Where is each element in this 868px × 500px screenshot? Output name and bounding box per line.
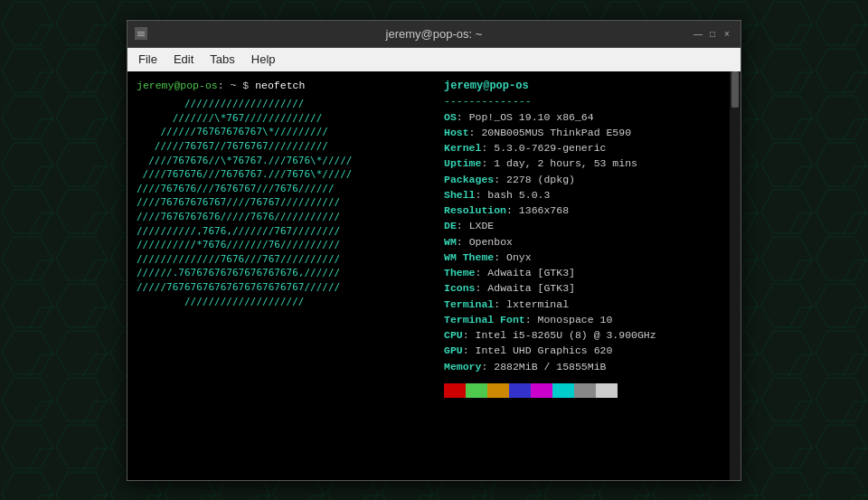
info-val: LXDE — [469, 220, 495, 231]
info-key: Uptime — [444, 157, 481, 169]
info-sep: : — [457, 111, 469, 123]
info-line-gpu: GPU: Intel UHD Graphics 620 — [444, 343, 721, 358]
info-key: Resolution — [444, 204, 506, 216]
info-line-resolution: Resolution: 1366x768 — [444, 203, 721, 218]
info-val: Intel UHD Graphics 620 — [476, 344, 613, 356]
scrollbar-thumb[interactable] — [731, 71, 739, 108]
window-title: jeremy@pop-os: ~ — [386, 27, 483, 41]
info-sep: : — [494, 251, 506, 263]
info-val: Monospace 10 — [538, 314, 613, 325]
info-line-memory: Memory: 2882MiB / 15855MiB — [444, 359, 721, 374]
info-line-packages: Packages: 2278 (dpkg) — [444, 172, 721, 187]
info-key: Packages — [444, 174, 494, 185]
prompt-path: ~ — [224, 80, 237, 91]
info-key: Memory — [444, 361, 481, 373]
info-line-theme: Theme: Adwaita [GTK3] — [444, 265, 721, 280]
info-key: WM Theme — [444, 251, 494, 263]
info-key: OS — [444, 111, 457, 123]
color-swatch — [487, 383, 509, 398]
color-bar — [444, 383, 721, 398]
terminal-content: jeremy@pop-os: ~ $ neofetch ////////////… — [127, 71, 730, 480]
right-panel: jeremy@pop-os -------------- OS: Pop!_OS… — [444, 79, 721, 473]
info-line-shell: Shell: bash 5.0.3 — [444, 187, 721, 203]
info-val: bash 5.0.3 — [487, 189, 550, 201]
titlebar: jeremy@pop-os: ~ — □ × — [127, 21, 741, 48]
prompt-separator: : — [218, 80, 224, 91]
color-swatch — [574, 383, 596, 398]
terminal-body[interactable]: jeremy@pop-os: ~ $ neofetch ////////////… — [127, 71, 741, 480]
info-val: Adwaita [GTK3] — [487, 267, 575, 278]
info-line-cpu: CPU: Intel i5-8265U (8) @ 3.900GHz — [444, 327, 721, 343]
info-val: Intel i5-8265U (8) @ 3.900GHz — [476, 329, 656, 341]
color-swatch — [509, 383, 531, 398]
info-sep: : — [463, 344, 476, 356]
info-val: Pop!_OS 19.10 x86_64 — [469, 111, 594, 123]
window-controls: — □ × — [692, 27, 733, 40]
info-sep: : — [506, 204, 519, 216]
close-button[interactable]: × — [721, 27, 733, 40]
info-lines-container: OS: Pop!_OS 19.10 x86_64Host: 20NB005MUS… — [444, 109, 721, 374]
ascii-art: //////////////////// ///////\*767///////… — [137, 97, 435, 308]
info-sep: : — [457, 220, 469, 231]
info-key: Icons — [444, 282, 476, 294]
svg-rect-6 — [137, 35, 145, 36]
info-sep: : — [457, 236, 469, 248]
info-sep: : — [463, 329, 476, 341]
info-line-host: Host: 20NB005MUS ThinkPad E590 — [444, 125, 721, 140]
info-val: Openbox — [469, 236, 513, 248]
info-line-kernel: Kernel: 5.3.0-7629-generic — [444, 140, 721, 156]
maximize-button[interactable]: □ — [706, 27, 719, 40]
info-val: 1 day, 2 hours, 53 mins — [494, 157, 637, 169]
color-swatch — [552, 383, 574, 398]
info-line-icons: Icons: Adwaita [GTK3] — [444, 280, 721, 296]
info-key: Theme — [444, 267, 476, 278]
menu-item-help[interactable]: Help — [244, 51, 283, 68]
prompt-command: neofetch — [249, 80, 305, 91]
prompt-user: jeremy@pop-os — [137, 80, 218, 91]
info-sep: : — [481, 157, 494, 169]
info-line-de: DE: LXDE — [444, 218, 721, 233]
prompt-line: jeremy@pop-os: ~ $ neofetch — [137, 79, 435, 94]
info-hostname: jeremy@pop-os — [444, 79, 721, 94]
scrollbar[interactable] — [730, 71, 741, 480]
info-val: Onyx — [506, 251, 532, 263]
menu-item-tabs[interactable]: Tabs — [203, 51, 241, 68]
titlebar-left — [135, 27, 147, 40]
info-key: CPU — [444, 329, 463, 341]
minimize-button[interactable]: — — [692, 27, 704, 40]
info-line-terminal: Terminal: lxterminal — [444, 297, 721, 312]
info-sep: : — [494, 298, 506, 310]
info-key: Host — [444, 127, 469, 138]
svg-rect-5 — [137, 33, 145, 34]
info-key: Shell — [444, 189, 476, 201]
info-key: Terminal Font — [444, 314, 525, 325]
color-swatch — [596, 383, 618, 398]
info-separator: -------------- — [444, 94, 721, 109]
info-val: 5.3.0-7629-generic — [494, 142, 606, 154]
info-val: lxterminal — [506, 298, 569, 310]
info-key: DE — [444, 220, 457, 231]
app-icon — [135, 27, 147, 40]
info-val: 20NB005MUS ThinkPad E590 — [481, 127, 631, 138]
info-sep: : — [469, 127, 482, 138]
color-swatch — [531, 383, 552, 398]
info-sep: : — [476, 267, 488, 278]
info-line-wm-theme: WM Theme: Onyx — [444, 250, 721, 265]
left-panel: jeremy@pop-os: ~ $ neofetch ////////////… — [137, 79, 444, 473]
info-line-uptime: Uptime: 1 day, 2 hours, 53 mins — [444, 156, 721, 171]
terminal-window: jeremy@pop-os: ~ — □ × FileEditTabsHelp … — [127, 20, 741, 481]
prompt-dollar: $ — [236, 80, 249, 91]
info-key: Kernel — [444, 142, 481, 154]
info-key: WM — [444, 236, 457, 248]
info-line-os: OS: Pop!_OS 19.10 x86_64 — [444, 109, 721, 125]
info-sep: : — [494, 174, 506, 185]
info-line-wm: WM: Openbox — [444, 234, 721, 250]
menu-item-edit[interactable]: Edit — [166, 51, 201, 68]
menu-item-file[interactable]: File — [131, 51, 165, 68]
color-swatch — [444, 383, 466, 398]
menubar: FileEditTabsHelp — [127, 48, 741, 71]
info-val: 2882MiB / 15855MiB — [494, 361, 606, 373]
info-sep: : — [476, 189, 488, 201]
info-sep: : — [481, 361, 494, 373]
info-val: 2278 (dpkg) — [506, 174, 575, 185]
